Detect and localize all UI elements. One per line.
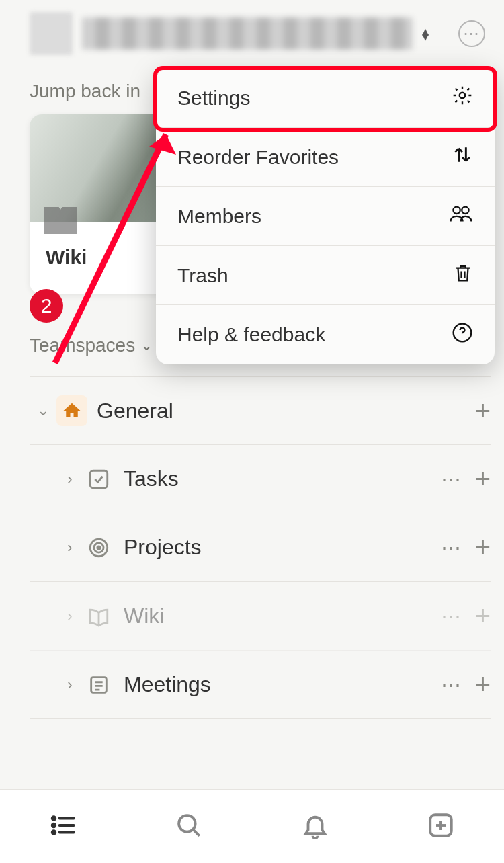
chevron-right-icon[interactable]: › [56,470,83,488]
menu-item-label: Settings [177,87,250,110]
page-title: Wiki [124,604,441,628]
svg-point-7 [462,207,468,214]
svg-point-11 [52,817,55,819]
svg-point-13 [52,831,55,833]
page-tree: ⌄ General + › Tasks ⋯ + › Projects ⋯ + › [0,363,504,719]
menu-item-label: Members [177,205,261,228]
chevron-right-icon[interactable]: › [56,676,83,694]
page-more-button[interactable]: ⋯ [441,604,463,628]
svg-rect-0 [90,470,108,488]
menu-item-reorder-favorites[interactable]: Reorder Favorites [156,128,495,187]
workspace-header: ▴▾ ⋯ [0,0,504,66]
page-row-wiki[interactable]: › Wiki ⋯ + [30,582,491,651]
svg-point-12 [52,823,55,826]
svg-point-6 [453,207,460,214]
svg-point-3 [97,546,100,548]
chevron-down-icon: ⌄ [140,337,153,354]
add-subpage-button[interactable]: + [475,532,491,563]
add-subpage-button[interactable]: + [475,464,491,494]
add-page-button[interactable]: + [475,396,491,426]
page-more-button[interactable]: ⋯ [441,536,463,559]
add-subpage-button[interactable]: + [475,601,491,631]
target-icon [83,532,114,563]
page-title: Meetings [124,672,441,697]
workspace-title-blurred[interactable] [82,17,413,50]
page-more-button[interactable]: ⋯ [441,673,463,696]
page-more-button[interactable]: ⋯ [441,467,463,491]
nav-new-page-button[interactable] [427,811,455,842]
chevron-down-icon[interactable]: ⌄ [30,402,56,419]
teamspace-name: General [97,399,475,423]
chevron-right-icon[interactable]: › [56,608,83,625]
home-icon [56,395,87,426]
nav-list-button[interactable] [49,811,77,842]
annotation-step-badge: 2 [30,289,63,323]
menu-item-label: Trash [177,264,228,287]
chevron-right-icon[interactable]: › [56,539,83,557]
book-open-icon [83,601,114,632]
menu-item-members[interactable]: Members [156,187,495,246]
add-subpage-button[interactable]: + [475,669,491,700]
checkbox-icon [83,464,114,495]
menu-item-label: Reorder Favorites [177,146,339,169]
svg-line-18 [194,830,200,836]
svg-point-5 [460,93,466,99]
workspace-avatar[interactable] [30,12,73,55]
book-icon [44,207,77,234]
teamspace-row-general[interactable]: ⌄ General + [30,376,491,445]
gear-icon [452,85,473,111]
page-row-projects[interactable]: › Projects ⋯ + [30,513,491,582]
reorder-icon [452,144,473,170]
menu-item-help-feedback[interactable]: Help & feedback [156,305,495,364]
page-row-tasks[interactable]: › Tasks ⋯ + [30,445,491,513]
menu-item-settings[interactable]: Settings [156,69,495,128]
menu-item-label: Help & feedback [177,323,325,346]
workspace-menu-popover: Settings Reorder Favorites Members Trash… [156,69,495,364]
nav-search-button[interactable] [175,811,203,842]
bottom-nav [0,789,504,863]
menu-item-trash[interactable]: Trash [156,246,495,305]
page-row-meetings[interactable]: › Meetings ⋯ + [30,651,491,719]
members-icon [449,203,473,229]
help-icon [452,322,473,348]
page-title: Tasks [124,466,441,491]
ellipsis-icon: ⋯ [463,24,480,43]
page-title: Projects [124,535,441,560]
svg-point-17 [179,815,196,832]
nav-notifications-button[interactable] [301,811,329,842]
trash-icon [453,262,473,288]
more-button[interactable]: ⋯ [458,20,485,47]
note-icon [83,669,114,700]
switcher-chevron-icon[interactable]: ▴▾ [422,28,429,39]
